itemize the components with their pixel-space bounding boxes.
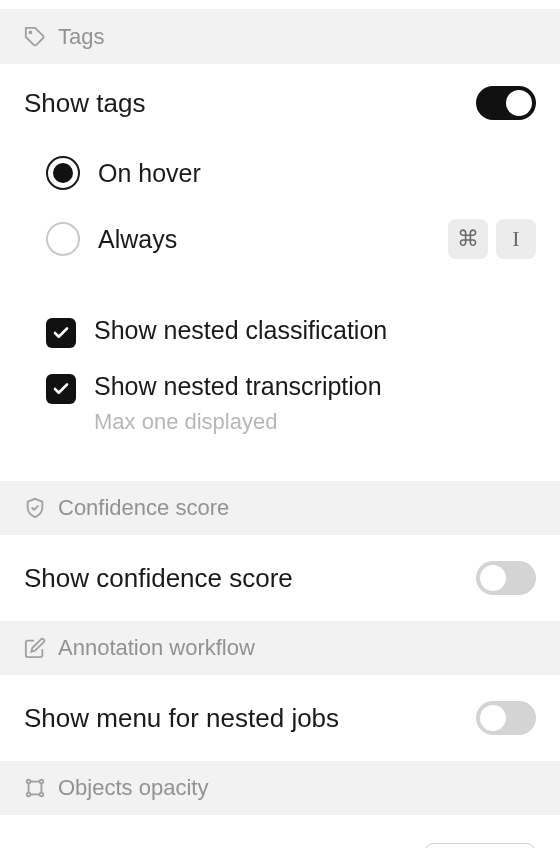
nested-transcription-subtext: Max one displayed xyxy=(94,409,382,435)
section-header-tags-label: Tags xyxy=(58,24,104,50)
nested-transcription-checkbox[interactable] xyxy=(46,374,76,404)
show-confidence-toggle[interactable] xyxy=(476,561,536,595)
section-header-confidence-label: Confidence score xyxy=(58,495,229,521)
section-header-workflow: Annotation workflow xyxy=(0,621,560,675)
radio-always-label: Always xyxy=(98,225,177,254)
show-tags-label: Show tags xyxy=(24,88,145,119)
opacity-percent-box[interactable]: 100% xyxy=(424,843,536,848)
show-tags-row: Show tags xyxy=(0,64,560,130)
svg-point-3 xyxy=(40,780,44,784)
show-confidence-row: Show confidence score xyxy=(0,535,560,621)
show-confidence-label: Show confidence score xyxy=(24,563,476,594)
nested-transcription-label: Show nested transcription xyxy=(94,372,382,401)
radio-on-hover-label: On hover xyxy=(98,159,201,188)
shortcut-letter-key: I xyxy=(496,219,536,259)
nested-classification-label: Show nested classification xyxy=(94,316,387,345)
tag-icon xyxy=(24,26,46,48)
radio-always[interactable] xyxy=(46,222,80,256)
check-icon xyxy=(52,380,70,398)
show-menu-nested-toggle[interactable] xyxy=(476,701,536,735)
shield-check-icon xyxy=(24,497,46,519)
section-header-workflow-label: Annotation workflow xyxy=(58,635,255,661)
nested-classification-checkbox[interactable] xyxy=(46,318,76,348)
shortcut-group: ⌘ I xyxy=(448,219,536,259)
nested-classification-row: Show nested classification xyxy=(0,300,560,348)
section-header-opacity-label: Objects opacity xyxy=(58,775,208,801)
nested-transcription-row: Show nested transcription Max one displa… xyxy=(0,348,560,459)
svg-point-2 xyxy=(27,780,31,784)
edit-icon xyxy=(24,637,46,659)
show-menu-nested-label: Show menu for nested jobs xyxy=(24,703,476,734)
opacity-row: 100% xyxy=(0,815,560,848)
svg-point-4 xyxy=(27,793,31,797)
radio-on-hover-row: On hover xyxy=(0,140,560,206)
shortcut-modifier-key: ⌘ xyxy=(448,219,488,259)
svg-point-5 xyxy=(40,793,44,797)
top-spacer xyxy=(0,0,560,10)
check-icon xyxy=(52,324,70,342)
bounding-box-icon xyxy=(24,777,46,799)
show-menu-nested-row: Show menu for nested jobs xyxy=(0,675,560,761)
radio-always-row: Always ⌘ I xyxy=(0,206,560,272)
show-tags-toggle[interactable] xyxy=(476,86,536,120)
radio-on-hover[interactable] xyxy=(46,156,80,190)
section-header-confidence: Confidence score xyxy=(0,481,560,535)
svg-point-0 xyxy=(30,32,32,34)
section-header-opacity: Objects opacity xyxy=(0,761,560,815)
section-header-tags: Tags xyxy=(0,10,560,64)
